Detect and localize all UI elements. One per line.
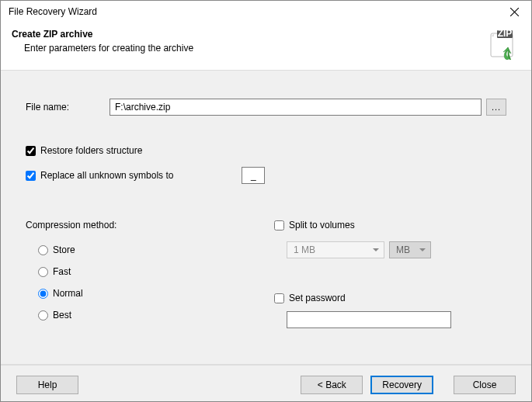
browse-button[interactable]: ... xyxy=(486,99,506,116)
help-button[interactable]: Help xyxy=(16,376,78,394)
replace-symbols-checkbox[interactable] xyxy=(26,171,36,181)
recovery-button[interactable]: Recovery xyxy=(370,376,433,394)
replace-symbols-label: Replace all unknown symbols to xyxy=(40,170,173,181)
compression-best-radio[interactable] xyxy=(38,310,48,321)
zip-archive-icon: ZIP xyxy=(486,29,517,62)
volume-size-select[interactable] xyxy=(287,241,384,258)
compression-label: Compression method: xyxy=(26,220,274,230)
set-password-label: Set password xyxy=(289,293,346,303)
filename-input[interactable] xyxy=(110,99,482,116)
titlebar: File Recovery Wizard xyxy=(1,1,531,23)
close-button[interactable]: Close xyxy=(454,376,516,394)
compression-normal-radio[interactable] xyxy=(38,289,48,299)
split-volumes-label: Split to volumes xyxy=(289,220,355,230)
page-subtitle: Enter parameters for creating the archiv… xyxy=(12,43,193,54)
compression-fast-radio[interactable] xyxy=(38,267,48,277)
compression-fast-label: Fast xyxy=(53,266,71,277)
close-icon[interactable] xyxy=(499,2,530,22)
restore-folders-checkbox[interactable] xyxy=(26,146,36,156)
compression-normal-label: Normal xyxy=(53,288,83,299)
filename-label: File name: xyxy=(26,102,110,113)
page-title: Create ZIP archive xyxy=(12,29,193,40)
wizard-header: Create ZIP archive Enter parameters for … xyxy=(1,23,531,70)
compression-best-label: Best xyxy=(53,310,71,321)
set-password-checkbox[interactable] xyxy=(274,293,284,303)
svg-text:ZIP: ZIP xyxy=(498,29,513,39)
footer: Help < Back Recovery Close xyxy=(1,365,531,402)
back-button[interactable]: < Back xyxy=(301,376,363,394)
compression-store-label: Store xyxy=(53,244,75,255)
password-input[interactable] xyxy=(287,311,451,328)
replace-symbol-input[interactable] xyxy=(242,167,265,184)
restore-folders-label: Restore folders structure xyxy=(40,145,142,156)
compression-store-radio[interactable] xyxy=(38,245,48,255)
content-area: File name: ... Restore folders structure… xyxy=(1,71,531,364)
split-volumes-checkbox[interactable] xyxy=(274,220,284,230)
window-title: File Recovery Wizard xyxy=(9,6,97,17)
volume-unit-select[interactable] xyxy=(389,241,431,258)
